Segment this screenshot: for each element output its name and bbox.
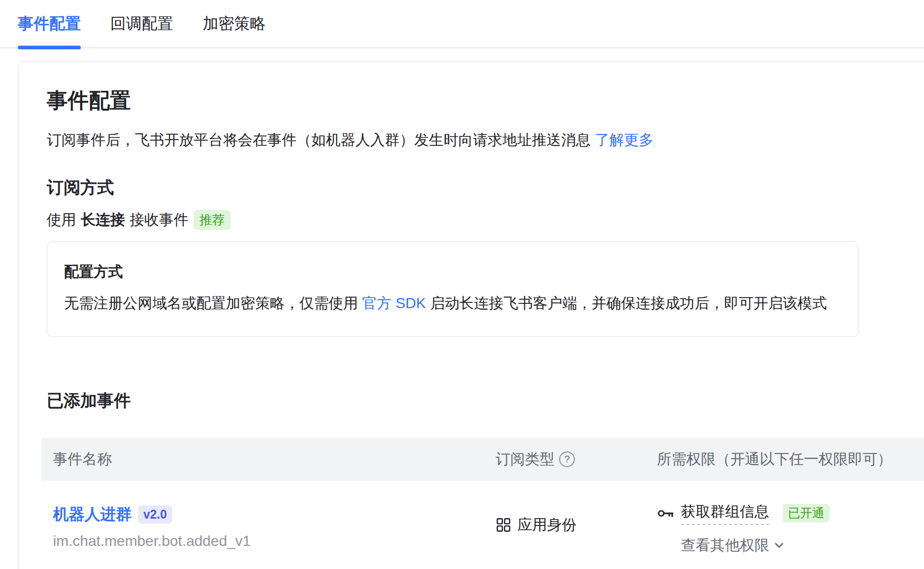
official-sdk-link[interactable]: 官方 SDK (362, 295, 426, 311)
learn-more-link[interactable]: 了解更多 (595, 132, 654, 148)
version-badge: v2.0 (138, 505, 172, 524)
recommended-badge: 推荐 (194, 210, 230, 230)
added-events-heading: 已添加事件 (47, 389, 924, 412)
event-name-cell: 机器人进群 v2.0 im.chat.member.bot.added_v1 (41, 481, 496, 569)
table-header-row: 事件名称 订阅类型 ? 所需权限（开通以下任一权限即可） (41, 438, 924, 481)
permissions-cell: 获取群组信息 已开通 查看其他权限 (657, 481, 924, 569)
subscription-type-value: 应用身份 (518, 515, 576, 535)
tab-bar: 事件配置 回调配置 加密策略 (0, 0, 924, 48)
event-key: im.chat.member.bot.added_v1 (53, 533, 496, 550)
page-description: 订阅事件后，飞书开放平台将会在事件（如机器人入群）发生时向请求地址推送消息 了解… (47, 130, 924, 150)
table-row: 机器人进群 v2.0 im.chat.member.bot.added_v1 应… (41, 481, 924, 569)
column-header-event-name: 事件名称 (41, 449, 496, 469)
subscription-type-cell: 应用身份 (496, 481, 657, 569)
event-name-link[interactable]: 机器人进群 (53, 504, 132, 525)
subscription-method-heading: 订阅方式 (47, 176, 924, 198)
events-table: 事件名称 订阅类型 ? 所需权限（开通以下任一权限即可） 机器人进群 v2.0 … (41, 438, 924, 569)
chevron-down-icon (772, 539, 786, 552)
subscription-type-label: 订阅类型 (496, 449, 554, 469)
tab-callback-config[interactable]: 回调配置 (110, 14, 173, 47)
mode-suffix-text: 接收事件 (130, 210, 188, 230)
mode-prefix-text: 使用 (47, 210, 76, 230)
help-icon[interactable]: ? (559, 451, 575, 467)
mode-name-text: 长连接 (81, 210, 125, 230)
tab-encryption-policy[interactable]: 加密策略 (203, 14, 266, 47)
view-other-permissions[interactable]: 查看其他权限 (681, 535, 924, 555)
column-header-permissions: 所需权限（开通以下任一权限即可） (657, 449, 924, 469)
config-box-title: 配置方式 (64, 262, 841, 282)
page-description-text: 订阅事件后，飞书开放平台将会在事件（如机器人入群）发生时向请求地址推送消息 (47, 132, 591, 148)
config-method-box: 配置方式 无需注册公网域名或配置加密策略，仅需使用 官方 SDK 启动长连接飞书… (47, 241, 858, 337)
subscription-mode-line: 使用 长连接 接收事件 推荐 (47, 210, 924, 230)
event-config-card: 事件配置 订阅事件后，飞书开放平台将会在事件（如机器人入群）发生时向请求地址推送… (18, 61, 924, 569)
page-title: 事件配置 (47, 88, 924, 113)
key-icon (657, 504, 675, 522)
config-text-after-link: 启动长连接飞书客户端，并确保连接成功后，即可开启该模式 (430, 295, 827, 311)
tab-event-config[interactable]: 事件配置 (18, 14, 81, 47)
app-grid-icon (496, 517, 511, 533)
permission-status-badge: 已开通 (783, 504, 830, 522)
config-text-before-link: 无需注册公网域名或配置加密策略，仅需使用 (64, 295, 358, 311)
permission-name[interactable]: 获取群组信息 (681, 502, 769, 525)
config-box-text: 无需注册公网域名或配置加密策略，仅需使用 官方 SDK 启动长连接飞书客户端，并… (64, 293, 841, 313)
column-header-subscription-type: 订阅类型 ? (496, 449, 657, 469)
view-other-permissions-label: 查看其他权限 (681, 535, 769, 555)
